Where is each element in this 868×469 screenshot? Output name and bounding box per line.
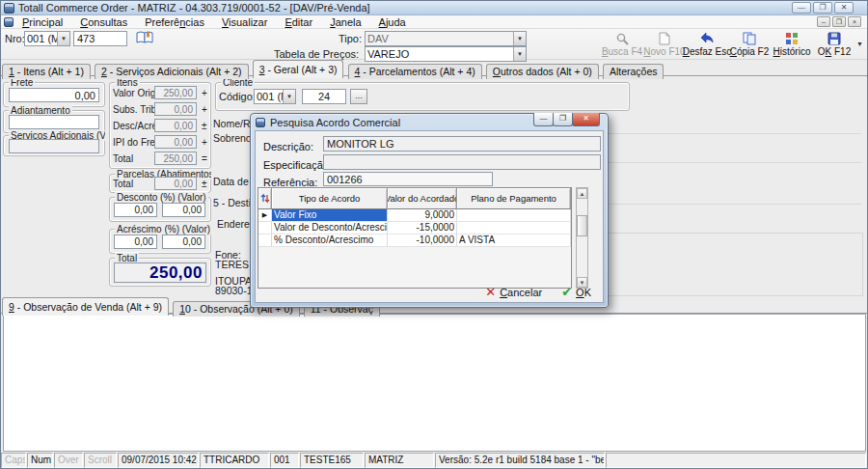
cell-plano[interactable] <box>457 209 571 221</box>
nro-combo[interactable]: 001 (MA ▼ <box>24 31 70 46</box>
grid-header: Tipo de Acordo Valor do Acordado Plano d… <box>258 188 571 209</box>
chevron-down-icon[interactable]: ▼ <box>513 47 526 61</box>
pesquisa-acordo-dialog: Pesquisa Acordo Comercial — ❐ ✕ Descriçã… <box>250 113 609 308</box>
dialog-close-button[interactable]: ✕ <box>572 113 600 126</box>
cliente-codigo-combo[interactable]: 001 (M ▼ <box>254 89 296 104</box>
ok-button[interactable]: ✔ OK <box>561 285 591 299</box>
chevron-down-icon: ▼ <box>513 32 526 45</box>
col-plano-pagamento[interactable]: Plano de Pagamento <box>457 188 571 209</box>
cliente-browse-button[interactable]: ... <box>350 89 367 104</box>
desfaz-button[interactable]: Desfaz Esc <box>686 30 728 59</box>
cliente-codigo-field[interactable]: 24 <box>302 89 346 104</box>
bg-field-line <box>609 133 861 134</box>
itens-row-label: Total <box>113 153 133 164</box>
cell-valor[interactable]: 9,0000 <box>388 209 457 221</box>
historico-button[interactable]: Histórico <box>771 30 813 59</box>
minimize-button[interactable]: — <box>792 2 811 14</box>
mdi-minimize-button[interactable]: – <box>817 16 830 27</box>
servicos-adicionais-field <box>9 139 99 153</box>
menu-editar[interactable]: Editar <box>276 16 321 28</box>
desconto-valor-field[interactable]: 0,00 <box>162 203 205 217</box>
new-page-icon <box>658 32 671 45</box>
referencia-field[interactable]: 001266 <box>323 172 493 186</box>
dialog-minimize-button[interactable]: — <box>533 113 554 126</box>
chevron-down-icon[interactable]: ▼ <box>283 90 295 103</box>
tab-servicos-adicionais[interactable]: 2 - Serviços Adicionais (Alt + 2) <box>95 64 249 79</box>
mdi-close-button[interactable]: × <box>848 16 861 27</box>
main-tabstrip: 1 - Itens (Alt + 1) 2 - Serviços Adicion… <box>1 60 867 76</box>
table-row[interactable]: ▶ Valor Fixo 9,0000 <box>258 209 571 222</box>
descricao-label: Descrição: <box>263 141 313 152</box>
cell-tipo[interactable]: Valor de Desconto/Acrescimo <box>272 222 388 234</box>
op-plusminus: ± <box>202 179 207 189</box>
acrescimo-pct-field[interactable]: 0,00 <box>114 234 157 249</box>
scrollbar-thumb[interactable] <box>577 215 587 236</box>
tab-itens[interactable]: 1 - Itens (Alt + 1) <box>2 64 91 79</box>
cell-plano[interactable] <box>457 222 571 234</box>
cell-plano[interactable]: A VISTA <box>457 234 571 246</box>
chevron-down-icon[interactable]: ▼ <box>57 32 69 45</box>
acrescimo-valor-field[interactable]: 0,00 <box>162 234 205 249</box>
row-selector <box>258 234 272 246</box>
cell-tipo[interactable]: % Desconto/Acrescimo <box>272 234 388 246</box>
menu-principal[interactable]: Principal <box>14 16 71 28</box>
frete-field[interactable]: 0,00 <box>9 88 99 102</box>
menu-ajuda[interactable]: Ajuda <box>370 16 415 28</box>
menu-visualizar[interactable]: Visualizar <box>213 16 277 28</box>
grand-total-value: 250,00 <box>149 263 203 283</box>
status-terminal: 001 <box>270 453 299 468</box>
col-valor-acordado[interactable]: Valor do Acordado <box>388 188 457 209</box>
table-row[interactable]: Valor de Desconto/Acrescimo -15,0000 <box>258 222 571 234</box>
dialog-maximize-button[interactable]: ❐ <box>553 113 573 126</box>
tab-parcelamentos[interactable]: 4 - Parcelamentos (Alt + 4) <box>348 64 482 79</box>
nro-label: Nro: <box>5 33 25 44</box>
grid-scrollbar[interactable]: ▲ ▼ <box>576 187 588 289</box>
desconto-pct-field[interactable]: 0,00 <box>114 203 157 217</box>
adiantamento-field[interactable] <box>9 115 99 129</box>
dialog-buttons: ✕ Cancelar ✔ OK <box>485 285 591 299</box>
app-icon <box>4 3 14 14</box>
table-row[interactable]: % Desconto/Acrescimo -10,0000 A VISTA <box>258 234 571 247</box>
window-controls: — ❐ ✕ <box>792 2 854 14</box>
observacao-textarea[interactable] <box>3 314 866 452</box>
nro-number-field[interactable]: 473 <box>73 31 127 46</box>
tab-alteracoes[interactable]: Alterações <box>603 64 665 79</box>
toolbar-overflow-icon[interactable]: ▼ <box>856 41 863 47</box>
tipo-combo[interactable]: DAV ▼ <box>365 31 527 46</box>
nro-combo-value: 001 (MA <box>25 32 57 45</box>
cell-valor[interactable]: -15,0000 <box>388 222 457 234</box>
mdi-controls: – ❐ × <box>817 16 861 27</box>
copia-button[interactable]: Cópia F2 <box>728 30 771 59</box>
menu-preferencias[interactable]: Preferências <box>136 16 213 28</box>
bg-endereco-box <box>607 233 863 296</box>
destino-label-partial: 5 - Destin <box>213 197 250 208</box>
tipo-label: Tipo: <box>339 33 362 44</box>
col-tipo-acordo[interactable]: Tipo de Acordo <box>272 188 388 209</box>
scroll-up-icon[interactable]: ▲ <box>577 188 587 199</box>
history-grid-icon <box>785 32 799 45</box>
tab-observacao-venda[interactable]: 9 - Observação de Venda (Alt + 9) <box>2 297 169 316</box>
novo-button: Novo F10 <box>643 30 686 59</box>
menu-consultas[interactable]: Consultas <box>71 16 136 28</box>
mdi-restore-button[interactable]: ❐ <box>832 16 846 27</box>
tab-geral[interactable]: 3 - Geral (Alt + 3) <box>253 60 344 78</box>
cell-valor[interactable]: -10,0000 <box>388 234 457 246</box>
subs-tributaria-field: 0,00 <box>154 102 197 116</box>
acordos-grid: Tipo de Acordo Valor do Acordado Plano d… <box>258 187 572 289</box>
catalog-book-icon[interactable] <box>136 30 153 45</box>
tab-outros-dados[interactable]: Outros dados (Alt + 0) <box>486 64 599 79</box>
titlebar: Totall Commerce Order - MATRIZ - 04.303.… <box>1 1 867 15</box>
ok-f12-button[interactable]: OK F12 <box>813 30 855 59</box>
menu-janela[interactable]: Janela <box>321 16 369 28</box>
cliente-codigo-combo-value: 001 (M <box>255 90 283 103</box>
cancelar-button[interactable]: ✕ Cancelar <box>485 285 542 299</box>
maximize-button[interactable]: ❐ <box>813 2 832 14</box>
status-user: TTRICARDO <box>200 453 269 468</box>
busca-button: Busca F4 <box>601 30 643 59</box>
close-button[interactable]: ✕ <box>834 2 854 14</box>
cell-tipo[interactable]: Valor Fixo <box>272 209 388 221</box>
sort-arrows-icon <box>260 193 270 204</box>
nome-label-partial: Nome/Ra <box>213 118 250 129</box>
desc-acres-field: 0,00 <box>154 119 197 132</box>
sort-icon-header[interactable] <box>258 188 272 209</box>
